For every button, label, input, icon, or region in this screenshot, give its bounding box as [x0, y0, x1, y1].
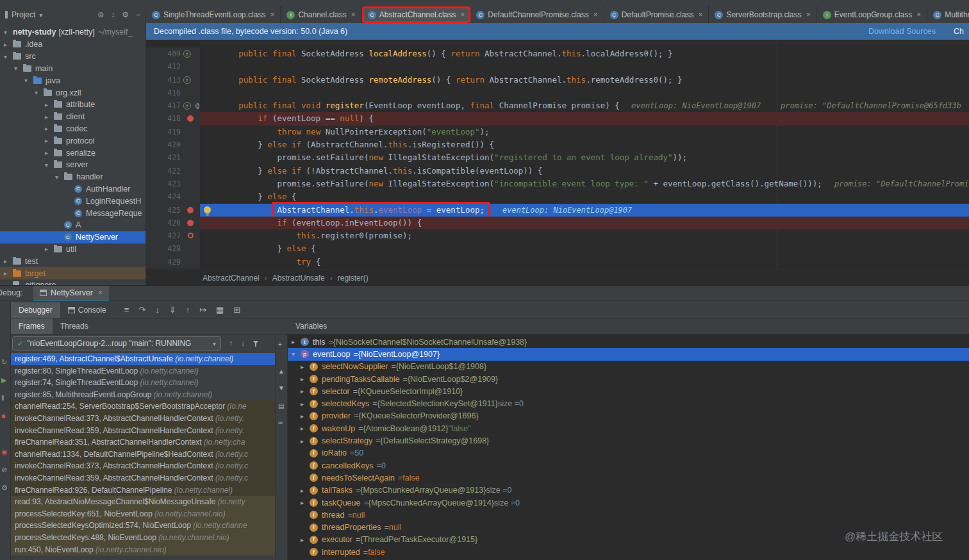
resume-icon[interactable]: ▶ [1, 376, 6, 384]
tree-item[interactable]: ▾org.xzll [0, 86, 145, 99]
code-line[interactable]: 424 } else { [146, 190, 969, 203]
expand-arrow[interactable]: ▾ [4, 53, 13, 60]
expand-arrow[interactable]: ▸ [301, 363, 310, 370]
frame-row[interactable]: channelRead:254, ServerBootstrap$ServerB… [11, 400, 275, 413]
tree-item[interactable]: ▸protocol [0, 135, 145, 147]
expand-arrow[interactable]: ▸ [301, 487, 310, 494]
frame-row[interactable]: processSelectedKeys:488, NioEventLoop (i… [11, 532, 275, 544]
expand-arrow[interactable]: ▸ [301, 400, 310, 408]
breakpoint-icon[interactable] [187, 220, 194, 226]
tab-close-icon[interactable]: × [270, 10, 274, 19]
expand-arrow[interactable]: ▸ [45, 101, 54, 108]
force-step-into-icon[interactable]: ⇓ [169, 305, 176, 315]
variable-row[interactable]: ▸ftaskQueue= {MpscChunkedArrayQueue@1914… [288, 497, 969, 509]
expand-collapse-icon[interactable]: ↕ [111, 10, 115, 19]
expand-arrow[interactable]: ▸ [301, 388, 310, 395]
view-breakpoints-icon[interactable]: ▦ [216, 305, 224, 315]
tree-item[interactable]: CNettyServer [0, 231, 145, 243]
frame-row[interactable]: register:80, SingleThreadEventLoop (io.n… [11, 365, 275, 377]
add-watch-icon[interactable]: + [278, 341, 282, 348]
step-into-icon[interactable]: ↓ [155, 305, 160, 315]
code-line[interactable]: 420 } else if (AbstractChannel.this.isRe… [146, 138, 969, 151]
next-frame-icon[interactable]: ↓ [241, 339, 245, 348]
variable-row[interactable]: ▸fpendingTasksCallable= {NioEventLoop$2@… [288, 373, 969, 385]
previous-frame-icon[interactable]: ↑ [229, 339, 233, 348]
tree-item[interactable]: ▸util [0, 243, 145, 256]
expand-arrow[interactable]: ▸ [301, 375, 310, 383]
code-line[interactable]: 412 [146, 60, 969, 73]
frame-row[interactable]: run:450, NioEventLoop (io.netty.channel.… [11, 544, 275, 556]
debug-settings-icon[interactable]: ⚙ [1, 484, 8, 491]
variable-row[interactable]: ▸fselectedKeys= {SelectedSelectionKeySet… [288, 397, 969, 409]
variable-row[interactable]: ▾peventLoop= {NioEventLoop@1907} [288, 348, 969, 360]
tree-item[interactable]: ▾java [0, 74, 145, 86]
expand-arrow[interactable]: ▸ [301, 413, 310, 420]
tree-item[interactable]: CMessageReque [0, 207, 145, 219]
tab-close-icon[interactable]: × [916, 10, 921, 19]
frame-row[interactable]: invokeChannelRead:373, AbstractChannelHa… [11, 413, 275, 425]
variable-row[interactable]: ▸fwakenUp= {AtomicBoolean@1912} "false" [288, 422, 969, 434]
thread-selector[interactable]: ✓ "nioEventLoopGroup-2...roup "main": RU… [12, 336, 221, 350]
scroll-up-icon[interactable]: ▲ [278, 368, 285, 375]
expand-arrow[interactable]: ▸ [301, 425, 310, 432]
code-line[interactable]: 417↑@ public final void register(EventLo… [146, 99, 969, 112]
expand-arrow[interactable]: ▸ [301, 499, 310, 506]
frame-row[interactable]: invokeChannelRead:359, AbstractChannelHa… [11, 425, 275, 437]
editor-tab[interactable]: CDefaultChannelPromise.class× [470, 6, 604, 23]
frame-row[interactable]: register:85, MultithreadEventLoopGroup (… [11, 389, 275, 401]
variable-row[interactable]: fcancelledKeys= 0 [288, 459, 969, 472]
layout-settings-icon[interactable]: ≡ [124, 305, 129, 315]
view-breakpoints-strip-icon[interactable]: ◉ [1, 448, 8, 456]
tree-item[interactable]: CLoginRequestH [0, 195, 145, 207]
choose-sources-link[interactable]: Ch [954, 27, 964, 36]
editor-tab[interactable]: CMultithreadEventLoopGroup.class× [927, 6, 969, 23]
variable-row[interactable]: ▸tthis= {NioSocketChannel$NioSocketChann… [288, 336, 969, 348]
frame-row[interactable]: register:74, SingleThreadEventLoop (io.n… [11, 377, 275, 389]
code-line[interactable]: 413↑ public final SocketAddress remoteAd… [146, 74, 969, 86]
tree-item[interactable]: ▾handler [0, 171, 145, 183]
chevron-down-icon[interactable]: ▾ [39, 12, 42, 19]
expand-arrow[interactable]: ▸ [45, 113, 54, 120]
tree-item[interactable]: ▸serialize [0, 147, 145, 159]
show-return-values-icon[interactable]: ∞ [278, 419, 283, 426]
tree-item[interactable]: ▸client [0, 111, 145, 123]
variable-row[interactable]: fthread= null [288, 509, 969, 521]
variable-row[interactable]: fioRatio= 50 [288, 447, 969, 459]
code-line[interactable]: 422 } else if (!AbstractChannel.this.isC… [146, 165, 969, 177]
editor-tab[interactable]: CDefaultPromise.class× [604, 6, 709, 23]
step-over-icon[interactable]: ↷ [138, 305, 145, 315]
project-header-label[interactable]: Project [12, 10, 35, 19]
tab-frames[interactable]: Frames [11, 318, 53, 334]
chevron-down-icon[interactable]: ▾ [213, 340, 216, 347]
tab-console[interactable]: Console [60, 302, 114, 318]
variable-row[interactable]: ▸ftailTasks= {MpscChunkedArrayQueue@1913… [288, 484, 969, 497]
evaluate-expression-icon[interactable]: ⊞ [233, 305, 240, 315]
code-line[interactable]: 429 try { [146, 256, 969, 268]
variable-row[interactable]: ▸fselectNowSupplier= {NioEventLoop$1@190… [288, 361, 969, 373]
tree-item[interactable]: CAuthHandler [0, 183, 145, 195]
tab-debugger[interactable]: Debugger [11, 302, 60, 318]
tab-close-icon[interactable]: × [351, 10, 356, 19]
code-line[interactable]: 416 [146, 86, 969, 99]
expand-arrow[interactable]: ▾ [55, 174, 64, 181]
variable-row[interactable]: finterrupted= false [288, 546, 969, 558]
expand-arrow[interactable]: ▸ [45, 245, 54, 252]
expand-arrow[interactable]: ▾ [45, 161, 54, 169]
expand-arrow[interactable]: ▸ [301, 536, 310, 543]
tree-item[interactable]: ▸codec [0, 123, 145, 135]
hide-panel-icon[interactable]: − [136, 10, 140, 19]
variable-row[interactable]: ▸fselector= {KQueueSelectorImpl@1910} [288, 385, 969, 397]
breakpoint-icon[interactable] [187, 115, 194, 122]
tree-item[interactable]: .gitignore [0, 279, 145, 285]
frame-row[interactable]: channelRead:1334, DefaultChannelPipeline… [11, 449, 275, 461]
scroll-down-icon[interactable]: ▼ [278, 384, 285, 391]
expand-arrow[interactable]: ▸ [4, 270, 13, 277]
breakpoint-icon[interactable] [187, 207, 194, 213]
code-line[interactable]: 418 if (eventLoop == null) { [146, 112, 969, 125]
frame-row[interactable]: invokeChannelRead:373, AbstractChannelHa… [11, 460, 275, 472]
tree-item[interactable]: ▸.idea [0, 38, 145, 51]
frame-row[interactable]: fireChannelRead:351, AbstractChannelHand… [11, 436, 275, 449]
settings-icon[interactable]: ⚙ [122, 10, 129, 19]
tree-item[interactable]: ▸attribute [0, 99, 145, 111]
editor-tab[interactable]: CSingleThreadEventLoop.class× [146, 6, 281, 23]
